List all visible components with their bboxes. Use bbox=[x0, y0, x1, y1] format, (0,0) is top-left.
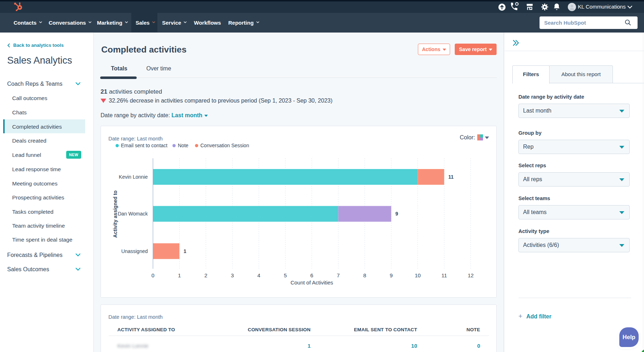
svg-text:12: 12 bbox=[468, 272, 474, 278]
svg-text:5: 5 bbox=[284, 272, 287, 278]
svg-text:11: 11 bbox=[441, 272, 447, 278]
svg-text:3: 3 bbox=[231, 272, 234, 278]
svg-text:11: 11 bbox=[448, 174, 454, 180]
svg-text:8: 8 bbox=[363, 272, 366, 278]
svg-text:2: 2 bbox=[204, 272, 207, 278]
svg-text:1: 1 bbox=[184, 248, 186, 254]
svg-text:Count of Activities: Count of Activities bbox=[291, 279, 333, 286]
svg-text:9: 9 bbox=[390, 272, 392, 278]
svg-text:9: 9 bbox=[395, 211, 398, 217]
svg-text:1: 1 bbox=[178, 272, 181, 278]
svg-text:Kevin Lonnie: Kevin Lonnie bbox=[119, 174, 148, 180]
svg-text:Activity assigned to: Activity assigned to bbox=[112, 190, 118, 238]
svg-text:7: 7 bbox=[337, 272, 340, 278]
svg-text:6: 6 bbox=[310, 272, 313, 278]
svg-text:4: 4 bbox=[257, 272, 260, 278]
svg-text:Unassigned: Unassigned bbox=[121, 248, 148, 254]
svg-text:Dan Womack: Dan Womack bbox=[118, 211, 148, 217]
svg-text:0: 0 bbox=[151, 272, 154, 278]
svg-text:10: 10 bbox=[415, 272, 421, 278]
